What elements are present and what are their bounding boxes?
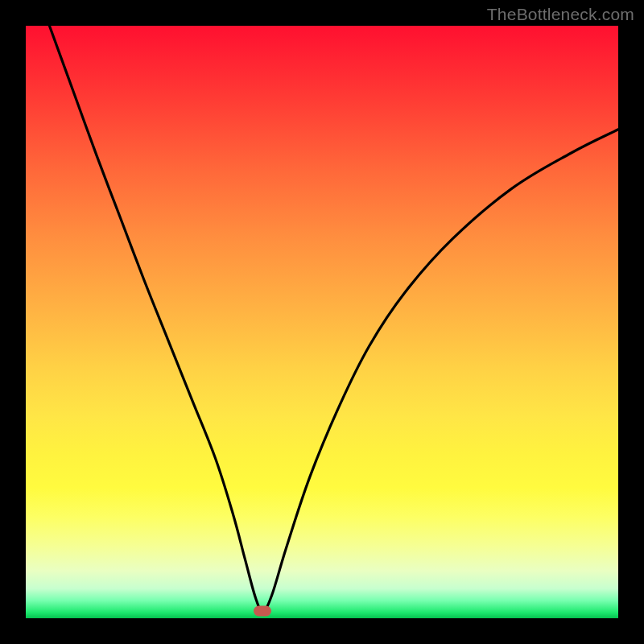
curve-svg <box>26 26 618 618</box>
watermark-text: TheBottleneck.com <box>487 5 634 24</box>
bottleneck-curve <box>49 26 618 611</box>
chart-frame: TheBottleneck.com <box>0 0 644 644</box>
minimum-marker <box>254 606 271 617</box>
plot-area <box>26 26 618 618</box>
